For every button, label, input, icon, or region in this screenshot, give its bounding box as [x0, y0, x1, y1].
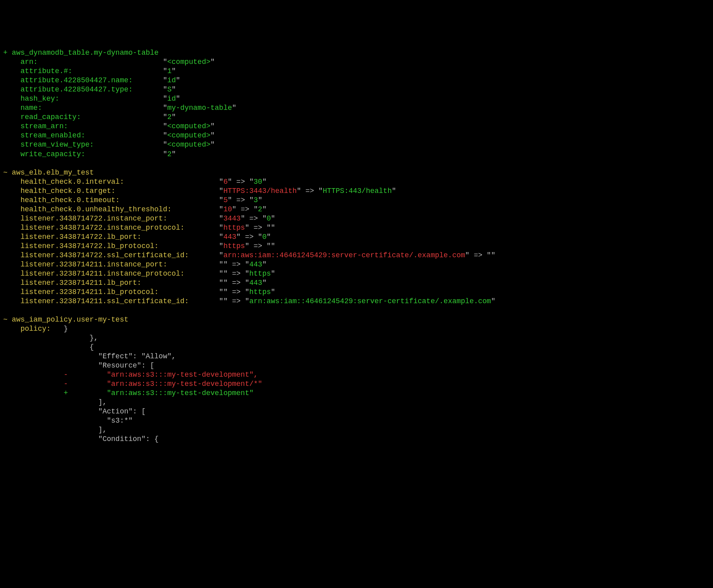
attribute-value: <computed> — [167, 122, 210, 130]
attribute-value: my-dynamo-table — [167, 104, 232, 112]
attribute-key: read_capacity: — [3, 113, 163, 121]
attribute-value: S — [167, 85, 171, 93]
update-attribute-line: health_check.0.timeout: "5" => "3" — [3, 196, 710, 205]
attribute-value: <computed> — [167, 141, 210, 149]
attribute-key: health_check.0.interval: — [3, 178, 219, 186]
diff-context-line: ], — [3, 425, 710, 435]
diff-context: "Effect": "Allow", — [98, 352, 176, 360]
update-attribute-line: listener.3238714211.ssl_certificate_id: … — [3, 297, 710, 306]
attribute-old-value: HTTPS:3443/health — [223, 187, 297, 195]
attribute-new-value: 30 — [254, 178, 263, 186]
attribute-key: listener.3438714722.lb_protocol: — [3, 242, 219, 250]
update-attribute-line: listener.3438714722.lb_protocol: "https"… — [3, 242, 710, 251]
attribute-value: id — [167, 95, 176, 103]
terraform-plan-output: + aws_dynamodb_table.my-dynamo-table arn… — [0, 46, 713, 446]
attribute-key: attribute.#: — [3, 67, 163, 75]
diff-arrow: => — [232, 178, 249, 186]
diff-arrow: => — [228, 297, 245, 305]
attribute-value: 2 — [167, 113, 171, 121]
diff-arrow: => — [236, 205, 253, 213]
attribute-key: attribute.4228504427.type: — [3, 85, 163, 93]
update-attribute-line: listener.3438714722.instance_protocol: "… — [3, 223, 710, 232]
diff-arrow: => — [245, 215, 262, 222]
diff-removed-line: - "arn:aws:s3:::my-test-development/*" — [3, 379, 710, 389]
diff-context: "Resource": [ — [98, 362, 154, 369]
attribute-key: listener.3238714211.lb_protocol: — [3, 288, 219, 296]
create-attribute-line: stream_view_type: "<computed>" — [3, 140, 710, 149]
attribute-new-value: 443 — [249, 279, 262, 287]
update-attribute-line: health_check.0.interval: "6" => "30" — [3, 177, 710, 187]
diff-arrow: => — [249, 224, 267, 232]
diff-context-line: "Action": [ — [3, 407, 710, 416]
update-attribute-line: listener.3238714211.instance_port: "" =>… — [3, 260, 710, 269]
diff-arrow: => — [241, 233, 258, 241]
attribute-key: listener.3238714211.ssl_certificate_id: — [3, 297, 219, 305]
attribute-old-value: 6 — [223, 178, 228, 186]
diff-removed: "arn:aws:s3:::my-test-development/*" — [107, 380, 262, 388]
diff-context-line: { — [3, 343, 710, 352]
attribute-old-value: 443 — [223, 233, 236, 241]
diff-context: ], — [98, 398, 107, 406]
attribute-key: stream_enabled: — [3, 131, 163, 139]
attribute-new-value: https — [249, 288, 271, 296]
attribute-new-value: arn:aws:iam::46461245429:server-certific… — [249, 297, 491, 305]
diff-context: "Condition": { — [98, 435, 159, 443]
diff-arrow: => — [228, 260, 245, 268]
attribute-value: <computed> — [167, 131, 210, 139]
diff-context: ], — [98, 426, 107, 434]
create-attribute-line: attribute.4228504427.name: "id" — [3, 76, 710, 85]
update-attribute-line: listener.3238714211.lb_protocol: "" => "… — [3, 288, 710, 297]
attribute-key: arn: — [3, 58, 163, 66]
create-attribute-line: stream_enabled: "<computed>" — [3, 131, 710, 140]
resource-header: ~ aws_iam_policy.user-my-test — [3, 315, 710, 324]
resource-header-update: ~ aws_iam_policy.user-my-test — [3, 316, 128, 324]
resource-header-update: ~ aws_elb.elb_my_test — [3, 169, 94, 177]
diff-context-line: }, — [3, 334, 710, 343]
diff-added-line: + "arn:aws:s3:::my-test-development" — [3, 389, 710, 398]
blank-line — [3, 306, 710, 315]
attribute-value: id — [167, 76, 176, 84]
attribute-old-value: https — [223, 224, 245, 232]
attribute-key: name: — [3, 104, 163, 112]
diff-arrow: => — [228, 270, 245, 278]
create-attribute-line: write_capacity: "2" — [3, 150, 710, 159]
attribute-new-value: HTTPS:443/health — [323, 187, 392, 195]
diff-context: "Action": [ — [98, 407, 146, 415]
attribute-new-value: 2 — [258, 205, 262, 213]
diff-arrow: => — [470, 251, 487, 259]
update-attribute-line: health_check.0.target: "HTTPS:3443/healt… — [3, 187, 710, 196]
attribute-key: health_check.0.target: — [3, 187, 219, 195]
attribute-key: listener.3438714722.instance_port: — [3, 215, 219, 222]
diff-context-line: "s3:*" — [3, 416, 710, 425]
diff-plus-marker: + — [64, 389, 68, 397]
attribute-old-value: https — [223, 242, 245, 250]
attribute-key: listener.3238714211.instance_protocol: — [3, 270, 219, 278]
attribute-value: 2 — [167, 150, 171, 158]
attribute-key: health_check.0.unhealthy_threshold: — [3, 205, 219, 213]
create-attribute-line: stream_arn: "<computed>" — [3, 122, 710, 131]
attribute-key: stream_arn: — [3, 122, 163, 130]
attribute-old-value: 5 — [223, 196, 228, 204]
attribute-new-value: 3 — [254, 196, 258, 204]
attribute-new-value: 443 — [249, 260, 262, 268]
diff-arrow: => — [232, 196, 249, 204]
diff-context: } — [64, 325, 68, 333]
diff-context: }, — [90, 334, 98, 342]
attribute-old-value: 3443 — [223, 215, 241, 222]
diff-context-line: "Effect": "Allow", — [3, 352, 710, 361]
attribute-key: listener.3238714211.instance_port: — [3, 260, 219, 268]
diff-minus-marker: - — [64, 371, 68, 379]
attribute-value: <computed> — [167, 58, 210, 66]
attribute-key: hash_key: — [3, 95, 163, 103]
resource-header-create: + aws_dynamodb_table.my-dynamo-table — [3, 49, 159, 57]
attribute-key: listener.3238714211.lb_port: — [3, 279, 219, 287]
attribute-new-value: 0 — [267, 215, 271, 222]
attribute-value: 1 — [167, 67, 171, 75]
diff-minus-marker: - — [64, 380, 68, 388]
resource-header: + aws_dynamodb_table.my-dynamo-table — [3, 48, 710, 58]
update-attribute-line: listener.3438714722.ssl_certificate_id: … — [3, 251, 710, 260]
create-attribute-line: attribute.#: "1" — [3, 67, 710, 76]
create-attribute-line: attribute.4228504427.type: "S" — [3, 85, 710, 94]
update-attribute-line: listener.3238714211.instance_protocol: "… — [3, 269, 710, 278]
create-attribute-line: hash_key: "id" — [3, 94, 710, 103]
